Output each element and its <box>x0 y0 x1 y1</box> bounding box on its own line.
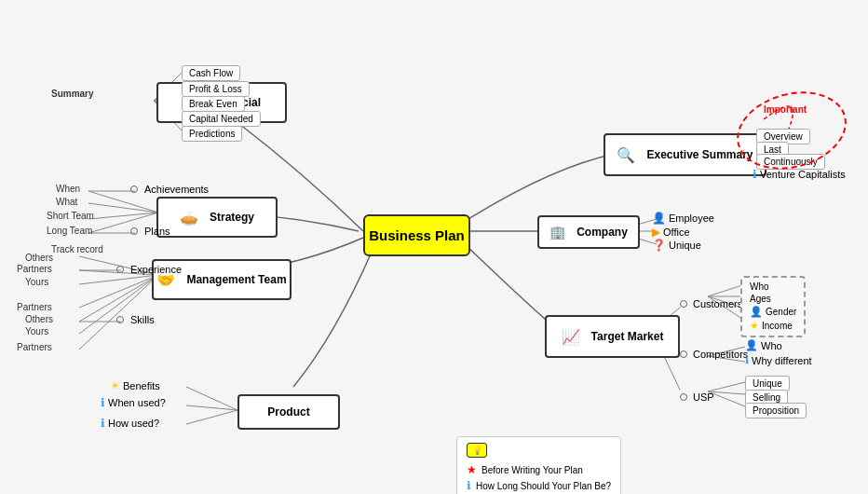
info-circle-icon: ℹ <box>101 396 105 409</box>
strategy-label: Strategy <box>210 211 254 224</box>
person-icon: 👤 <box>652 212 666 225</box>
legend-box: 💡 ★ Before Writing Your Plan ℹ How Long … <box>456 436 621 494</box>
mgmt-others2: Others <box>25 314 53 324</box>
circle-icon <box>680 300 687 308</box>
circle-icon <box>116 316 124 323</box>
strategy-what: What <box>56 197 77 207</box>
svg-line-39 <box>708 382 745 391</box>
usp-proposition: Proposition <box>745 403 807 419</box>
svg-line-14 <box>79 275 158 308</box>
achievements-bullet: Achievements <box>130 184 209 195</box>
info-icon-legend: ℹ <box>467 479 471 492</box>
mgmt-yours1: Yours <box>25 277 48 287</box>
company-office: ▶ Office <box>652 226 690 239</box>
cust-who: Who <box>750 281 769 292</box>
plans-bullet: Plans <box>130 226 170 237</box>
executive-icon: 🔍 <box>617 146 635 164</box>
svg-line-17 <box>79 275 158 350</box>
target-market-node: 📈 Target Market <box>545 315 680 358</box>
how-used-leaf: ℹ How used? <box>101 417 159 430</box>
leaf-predictions: Predictions <box>182 126 242 142</box>
benefits-leaf: ☀ Benefits <box>110 379 160 392</box>
track-record-label: Track record <box>51 244 103 254</box>
mgmt-partners1: Partners <box>17 264 52 274</box>
important-label: Important <box>764 104 807 115</box>
competitors-bullet: Competitors <box>680 349 748 360</box>
mgmt-partners2: Partners <box>17 302 52 312</box>
svg-line-20 <box>186 387 237 410</box>
leaf-profitloss: Profit & Loss <box>182 81 250 97</box>
central-label: Business Plan <box>369 227 465 243</box>
leaf-breakeven: Break Even <box>182 96 245 112</box>
strategy-shortteam: Short Team <box>47 211 94 221</box>
strategy-when: When <box>56 184 80 194</box>
company-employee: 👤 Employee <box>652 212 714 225</box>
question-icon: ❓ <box>652 239 666 252</box>
management-label: Management Team <box>186 273 286 286</box>
person-icon3: 👤 <box>745 339 758 351</box>
svg-line-13 <box>79 275 158 284</box>
info-circle-icon2: ℹ <box>101 417 105 430</box>
summary-label: Summary <box>51 89 94 99</box>
arrow-icon: ▶ <box>652 226 660 239</box>
svg-line-33 <box>708 284 745 296</box>
star-icon: ★ <box>750 320 759 332</box>
strategy-longteam: Long Team <box>47 226 92 236</box>
comp-who: 👤 Who <box>745 339 782 351</box>
executive-node: 🔍 Executive Summary <box>604 133 766 176</box>
customers-box: Who Ages 👤 Gender ★ Income <box>740 276 806 337</box>
cust-income: ★ Income <box>750 320 793 332</box>
mgmt-others1: Others <box>25 253 53 263</box>
product-node: Product <box>237 394 340 430</box>
info-icon2: ℹ <box>745 354 749 366</box>
legend-label1: Before Writing Your Plan <box>481 465 583 475</box>
circle-icon <box>680 350 687 358</box>
company-label: Company <box>576 226 628 239</box>
mgmt-partners3: Partners <box>17 342 52 352</box>
legend-icon: 💡 <box>467 443 487 458</box>
leaf-cashflow: Cash Flow <box>182 65 240 81</box>
usp-bullet: USP <box>680 391 714 403</box>
circle-icon <box>116 266 124 273</box>
cust-gender: 👤 Gender <box>750 306 796 318</box>
legend-label2: How Long Should Your Plan Be? <box>476 481 611 491</box>
target-icon: 📈 <box>562 328 580 346</box>
info-icon: ℹ <box>753 168 757 181</box>
executive-label: Executive Summary <box>646 148 753 161</box>
svg-line-22 <box>186 410 237 424</box>
sun-icon: ☀ <box>110 379 120 392</box>
company-unique: ❓ Unique <box>652 239 701 252</box>
company-icon: 🏢 <box>549 225 565 240</box>
svg-line-6 <box>88 203 158 213</box>
strategy-icon: 🥧 <box>180 209 198 226</box>
target-label: Target Market <box>591 330 664 343</box>
mgmt-yours2: Yours <box>25 326 48 336</box>
cust-ages: Ages <box>750 294 771 304</box>
circle-icon <box>130 185 138 193</box>
leaf-capital: Capital Needed <box>182 111 261 127</box>
central-node: Business Plan <box>363 214 470 256</box>
product-label: Product <box>267 405 309 419</box>
skills-bullet: Skills <box>116 314 155 325</box>
strategy-node: 🥧 Strategy <box>156 197 278 238</box>
legend-item1: ★ Before Writing Your Plan <box>467 463 611 476</box>
comp-whydiff: ℹ Why different <box>745 354 812 366</box>
customers-bullet: Customers <box>680 298 742 309</box>
circle-icon <box>680 393 687 401</box>
exec-venture: ℹ Venture Capitalists <box>753 168 846 181</box>
star-icon-legend: ★ <box>467 463 477 476</box>
experience-bullet: Experience <box>116 264 182 275</box>
svg-line-7 <box>88 213 158 219</box>
legend-item2: ℹ How Long Should Your Plan Be? <box>467 479 611 492</box>
when-used-leaf: ℹ When used? <box>101 396 166 409</box>
company-node: 🏢 Company <box>537 215 640 249</box>
circle-icon <box>130 227 138 235</box>
svg-line-21 <box>186 405 237 410</box>
person-icon2: 👤 <box>750 306 763 318</box>
